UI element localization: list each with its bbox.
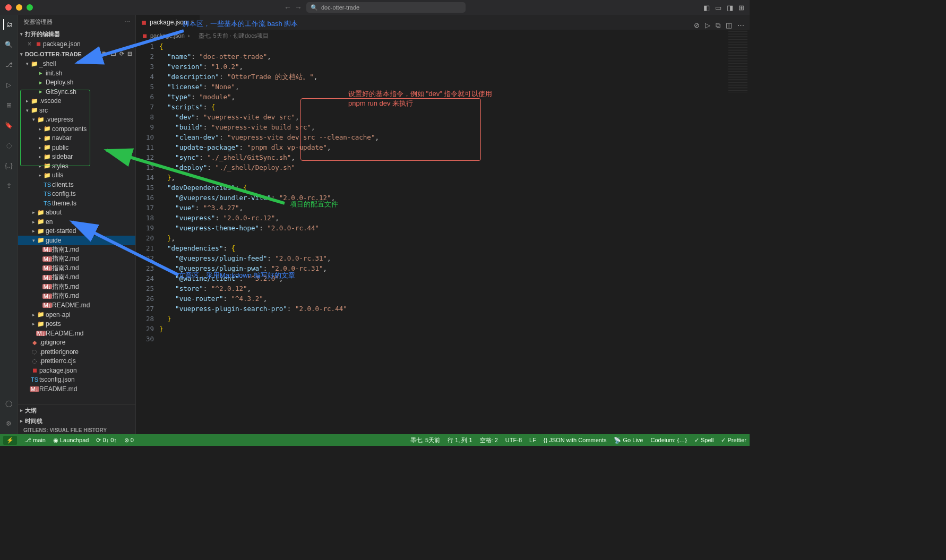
open-editors-header[interactable]: ▾ 打开的编辑器 <box>18 29 135 39</box>
explorer-icon[interactable]: 🗂 <box>3 19 14 30</box>
source-control-icon[interactable]: ⎇ <box>4 59 14 70</box>
tree-item[interactable]: M↓指南1.md <box>18 245 135 255</box>
tree-item[interactable]: ▸📁public <box>18 143 135 152</box>
twistie-icon: ▾ <box>31 117 36 122</box>
tree-item[interactable]: ▸Deploy.sh <box>18 78 135 88</box>
tree-item-label: 指南3.md <box>52 264 79 273</box>
tree-item[interactable]: TStheme.ts <box>18 199 135 208</box>
project-header[interactable]: ▾ DOC-OTTER-TRADE 🗎 🗀 ⟳ ⊟ <box>18 49 135 59</box>
file-icon: 📁 <box>36 218 46 225</box>
close-window-icon[interactable] <box>5 4 12 11</box>
more-actions-icon[interactable]: ⋯ <box>737 21 744 30</box>
account-icon[interactable]: ◯ <box>4 398 14 409</box>
close-tab-icon[interactable]: × <box>191 19 194 26</box>
tree-item[interactable]: ▸📁navbar <box>18 134 135 143</box>
codeium-status[interactable]: Codeium: {…} <box>650 437 686 443</box>
prettier-status[interactable]: ✓ Prettier <box>721 437 746 444</box>
settings-gear-icon[interactable]: ⚙ <box>4 418 14 429</box>
tree-item[interactable]: ◼package.json <box>18 366 135 375</box>
tree-item[interactable]: ▸📁posts <box>18 320 135 329</box>
maximize-window-icon[interactable] <box>27 4 33 11</box>
gitlens-status-blame[interactable]: 墨七, 5天前 <box>410 436 440 444</box>
tree-item[interactable]: ▸📁en <box>18 217 135 227</box>
spell-check[interactable]: ✓ Spell <box>694 437 714 444</box>
tree-item[interactable]: ▾📁guide <box>18 236 135 245</box>
problems[interactable]: ⊗ 0 <box>124 437 134 444</box>
tree-item[interactable]: M↓指南2.md <box>18 254 135 264</box>
tree-item[interactable]: ▾📁.vuepress <box>18 115 135 125</box>
tree-item[interactable]: ▸📁sidebar <box>18 152 135 162</box>
breadcrumb[interactable]: ◼ package.json › 墨七, 5天前 · 创建docs项目 <box>136 30 750 41</box>
tree-item[interactable]: ◆.gitignore <box>18 338 135 348</box>
run-debug-icon[interactable]: ▷ <box>4 80 14 90</box>
open-editor-item[interactable]: ×◼package.json <box>18 39 135 49</box>
tree-item[interactable]: ◌.prettierignore <box>18 347 135 357</box>
tree-item[interactable]: M↓指南3.md <box>18 264 135 273</box>
split-editor-icon[interactable]: ◫ <box>726 21 732 30</box>
launchpad[interactable]: ◉ Launchpad <box>53 437 89 444</box>
tree-item[interactable]: ▸📁open-api <box>18 310 135 320</box>
gitlens-graph-icon[interactable]: ⊘ <box>694 21 700 30</box>
layout-customize-icon[interactable]: ⊞ <box>738 4 744 12</box>
new-folder-icon[interactable]: 🗀 <box>110 50 116 57</box>
tree-item[interactable]: TStsconfig.json <box>18 375 135 385</box>
go-live[interactable]: 📡 Go Live <box>614 437 643 444</box>
layout-panel-right-icon[interactable]: ◨ <box>727 4 733 12</box>
remote-indicator-icon[interactable]: ⚡ <box>3 436 17 445</box>
tree-item[interactable]: ▸📁utils <box>18 171 135 180</box>
run-icon[interactable]: ▷ <box>705 21 710 30</box>
tree-item[interactable]: ▾📁src <box>18 106 135 115</box>
layout-panel-bottom-icon[interactable]: ▭ <box>715 4 721 12</box>
eol[interactable]: LF <box>529 437 536 443</box>
refresh-icon[interactable]: ⟳ <box>119 50 124 57</box>
close-icon[interactable]: × <box>28 40 31 48</box>
tree-item[interactable]: ▾📁_shell <box>18 59 135 69</box>
extensions-icon[interactable]: ⊞ <box>4 100 14 110</box>
tree-item[interactable]: M↓指南4.md <box>18 273 135 282</box>
outline-header[interactable]: ▸ 大纲 <box>18 405 135 416</box>
tree-item[interactable]: ▸init.sh <box>18 68 135 78</box>
language-mode[interactable]: {} JSON with Comments <box>544 437 607 443</box>
tree-item[interactable]: ▸📁about <box>18 208 135 218</box>
compare-icon[interactable]: ⧉ <box>716 21 720 30</box>
minimap[interactable] <box>728 30 747 93</box>
nav-forward-icon[interactable]: → <box>295 3 302 12</box>
tree-item[interactable]: M↓指南5.md <box>18 282 135 292</box>
tree-item[interactable]: M↓README.md <box>18 384 135 394</box>
cursor-position[interactable]: 行 1, 列 1 <box>448 436 472 444</box>
tree-item[interactable]: M↓README.md <box>18 329 135 338</box>
gitlens-header[interactable]: GITLENS: VISUAL FILE HISTORY <box>18 426 135 434</box>
timeline-header[interactable]: ▸ 时间线 <box>18 416 135 426</box>
tree-item[interactable]: M↓README.md <box>18 301 135 311</box>
new-file-icon[interactable]: 🗎 <box>101 50 107 57</box>
share-icon[interactable]: ⇪ <box>4 180 14 191</box>
code-editor[interactable]: 1234567891011121314151617181920212223242… <box>136 41 750 434</box>
minimize-window-icon[interactable] <box>16 4 22 11</box>
tree-item[interactable]: ◌.prettierrc.cjs <box>18 357 135 366</box>
tree-item[interactable]: TSclient.ts <box>18 180 135 189</box>
nav-back-icon[interactable]: ← <box>284 3 291 12</box>
tree-item[interactable]: ▸GitSync.sh <box>18 87 135 97</box>
docker-icon[interactable]: ◌ <box>4 140 14 151</box>
git-branch[interactable]: ⎇ main <box>24 437 46 444</box>
explorer-more-icon[interactable]: ⋯ <box>124 19 130 25</box>
layout-panel-left-icon[interactable]: ◧ <box>703 4 710 12</box>
tree-item[interactable]: ▸📁styles <box>18 161 135 171</box>
tree-item[interactable]: M↓指南6.md <box>18 291 135 301</box>
tree-item[interactable]: ▸📁components <box>18 124 135 134</box>
search-activity-icon[interactable]: 🔍 <box>4 39 14 50</box>
bookmark-icon[interactable]: 🔖 <box>4 120 14 131</box>
tree-item[interactable]: ▸📁.vscode <box>18 97 135 106</box>
collapse-all-icon[interactable]: ⊟ <box>127 50 132 57</box>
title-bar: ← → 🔍 doc-otter-trade ◧ ▭ ◨ ⊞ <box>0 0 750 15</box>
tree-item[interactable]: TSconfig.ts <box>18 189 135 199</box>
command-center[interactable]: 🔍 doc-otter-trade <box>306 2 466 13</box>
encoding[interactable]: UTF-8 <box>505 437 522 443</box>
indentation[interactable]: 空格: 2 <box>480 436 498 444</box>
tree-item[interactable]: ▸📁get-started <box>18 227 135 236</box>
json-icon[interactable]: {..} <box>4 160 14 171</box>
git-sync[interactable]: ⟳ 0↓ 0↑ <box>96 437 116 444</box>
tree-item-label: sidebar <box>52 153 73 160</box>
tab-package-json[interactable]: ◼ package.json × <box>136 15 200 30</box>
code-content[interactable]: { "name": "doc-otter-trade", "version": … <box>159 41 750 434</box>
